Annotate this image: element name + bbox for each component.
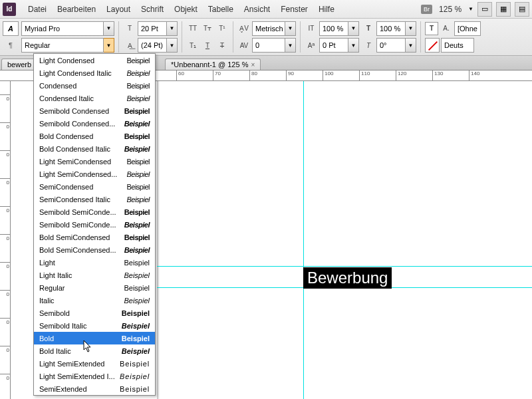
option-sample: Beispiel: [126, 196, 150, 203]
option-label: Semibold: [39, 309, 70, 317]
selected-text[interactable]: Bewerbung: [303, 267, 392, 289]
font-style-option[interactable]: Semibold CondensedBeispiel: [34, 104, 155, 117]
menu-item[interactable]: Objekt: [169, 2, 203, 17]
option-sample: Beispiel: [124, 271, 150, 279]
baseline-icon: Aª: [305, 39, 318, 52]
paragraph-mode-icon[interactable]: ¶: [3, 38, 19, 53]
bridge-badge[interactable]: Br: [421, 5, 432, 14]
font-style-option[interactable]: Light SemiCondensedBeispiel: [34, 155, 155, 168]
font-family-field[interactable]: Myriad Pro: [21, 21, 104, 36]
underline-icon[interactable]: T: [201, 39, 214, 52]
smallcaps-icon[interactable]: Tᴛ: [201, 22, 214, 35]
option-sample: Beispiel: [124, 120, 150, 128]
language-field[interactable]: Deuts: [441, 38, 474, 53]
kerning-dropdown-button[interactable]: ▼: [285, 21, 296, 36]
vscale-dropdown-button[interactable]: ▼: [348, 21, 359, 36]
leading-field[interactable]: (24 Pt): [138, 38, 167, 53]
menu-item[interactable]: Layout: [101, 2, 136, 17]
document-tab[interactable]: *Unbenannt-1 @ 125 % ×: [165, 59, 261, 70]
hscale-field[interactable]: 100 %: [376, 21, 406, 36]
font-style-option[interactable]: Bold CondensedBeispiel: [34, 130, 155, 142]
option-label: Condensed Italic: [39, 94, 94, 102]
no-stroke-icon[interactable]: [425, 38, 440, 53]
kerning-field[interactable]: Metrisch: [252, 21, 285, 36]
document-tab[interactable]: bewerb: [1, 59, 37, 70]
skew-dropdown-button[interactable]: ▼: [406, 38, 416, 53]
font-style-option[interactable]: SemiboldBeispiel: [34, 307, 155, 319]
option-sample: Beispiel: [126, 170, 150, 178]
font-style-option[interactable]: Light ItalicBeispiel: [34, 269, 155, 281]
menubar: Id DateiBearbeitenLayoutSchriftObjektTab…: [0, 0, 532, 19]
tracking-icon: AV: [237, 39, 251, 52]
tracking-field[interactable]: 0: [252, 38, 285, 53]
allcaps-icon[interactable]: TT: [186, 22, 200, 35]
option-label: Regular: [39, 284, 65, 292]
subscript-icon[interactable]: T₁: [186, 39, 200, 52]
skew-field[interactable]: 0°: [376, 38, 406, 53]
font-style-option[interactable]: Semibold Condensed...Beispiel: [34, 117, 155, 130]
menu-item[interactable]: Bearbeiten: [52, 2, 101, 17]
menu-item[interactable]: Ansicht: [239, 2, 275, 17]
char-style-field[interactable]: [Ohne: [454, 21, 481, 36]
font-style-option[interactable]: SemiExtendedBeispiel: [34, 382, 155, 395]
option-label: SemiCondensed: [39, 183, 93, 191]
option-sample: Beispiel: [124, 221, 150, 229]
vertical-ruler[interactable]: 000000000000: [0, 81, 11, 399]
ruler-tick: 0: [0, 374, 11, 381]
menu-item[interactable]: Schrift: [136, 2, 169, 17]
menu-item[interactable]: Fenster: [275, 2, 313, 17]
font-size-dropdown-button[interactable]: ▼: [167, 21, 178, 36]
arrange-icon[interactable]: ▦: [496, 2, 511, 17]
view-options-icon[interactable]: ▤: [515, 2, 529, 17]
font-style-option[interactable]: Bold SemiCondensed...Beispiel: [34, 243, 155, 256]
tab-close-icon[interactable]: ×: [251, 61, 255, 68]
font-style-dropdown[interactable]: Light CondensedBeispielLight Condensed I…: [33, 53, 156, 396]
font-style-field[interactable]: Regular: [21, 38, 104, 53]
font-style-option[interactable]: Bold Condensed ItalicBeispiel: [34, 142, 155, 155]
font-size-field[interactable]: 20 Pt: [138, 21, 167, 36]
font-style-option[interactable]: Light SemiCondensed...Beispiel: [34, 168, 155, 180]
font-style-option[interactable]: SemiCondensed ItalicBeispiel: [34, 193, 155, 205]
font-style-dropdown-button[interactable]: ▼: [104, 38, 114, 53]
tracking-dropdown-button[interactable]: ▼: [285, 38, 296, 53]
char-style-icon[interactable]: A.: [440, 22, 453, 35]
horizontal-guide[interactable]: [157, 266, 532, 267]
screen-mode-icon[interactable]: ▭: [477, 2, 492, 17]
superscript-icon[interactable]: T¹: [215, 22, 229, 35]
font-family-dropdown-button[interactable]: ▼: [104, 21, 114, 36]
font-style-option[interactable]: Semibold SemiConde...Beispiel: [34, 218, 155, 231]
font-style-option[interactable]: Semibold ItalicBeispiel: [34, 319, 155, 332]
zoom-level[interactable]: 125 %: [436, 5, 464, 14]
ruler-tick: 140: [469, 70, 479, 81]
font-size-icon: T: [123, 22, 136, 35]
option-sample: Beispiel: [122, 322, 150, 330]
font-style-option[interactable]: Light CondensedBeispiel: [34, 54, 155, 66]
character-mode-icon[interactable]: A: [3, 21, 19, 36]
font-style-option[interactable]: CondensedBeispiel: [34, 79, 155, 92]
menu-item[interactable]: Hilfe: [313, 2, 340, 17]
vscale-field[interactable]: 100 %: [319, 21, 348, 36]
font-style-option[interactable]: Light Condensed ItalicBeispiel: [34, 66, 155, 79]
font-style-option[interactable]: ItalicBeispiel: [34, 294, 155, 307]
font-style-option[interactable]: BoldBeispiel: [34, 332, 155, 344]
font-style-option[interactable]: Semibold SemiConde...Beispiel: [34, 205, 155, 218]
vertical-guide[interactable]: [303, 81, 304, 399]
font-style-option[interactable]: LightBeispiel: [34, 256, 155, 269]
font-style-option[interactable]: Light SemiExtended I...Beispiel: [34, 370, 155, 382]
menu-item[interactable]: Datei: [23, 2, 52, 17]
font-style-option[interactable]: Bold ItalicBeispiel: [34, 344, 155, 357]
font-style-option[interactable]: Condensed ItalicBeispiel: [34, 92, 155, 104]
strikethrough-icon[interactable]: T: [215, 39, 229, 52]
option-sample: Beispiel: [126, 158, 150, 166]
baseline-dropdown-button[interactable]: ▼: [348, 38, 359, 53]
font-style-option[interactable]: Bold SemiCondensedBeispiel: [34, 231, 155, 243]
font-style-option[interactable]: RegularBeispiel: [34, 281, 155, 294]
leading-icon: A͟: [123, 39, 136, 52]
font-style-option[interactable]: Light SemiExtendedBeispiel: [34, 357, 155, 370]
fill-icon[interactable]: T: [425, 22, 438, 35]
font-style-option[interactable]: SemiCondensedBeispiel: [34, 180, 155, 193]
menu-item[interactable]: Tabelle: [203, 2, 239, 17]
hscale-dropdown-button[interactable]: ▼: [406, 21, 416, 36]
baseline-field[interactable]: 0 Pt: [319, 38, 348, 53]
leading-dropdown-button[interactable]: ▼: [167, 38, 178, 53]
